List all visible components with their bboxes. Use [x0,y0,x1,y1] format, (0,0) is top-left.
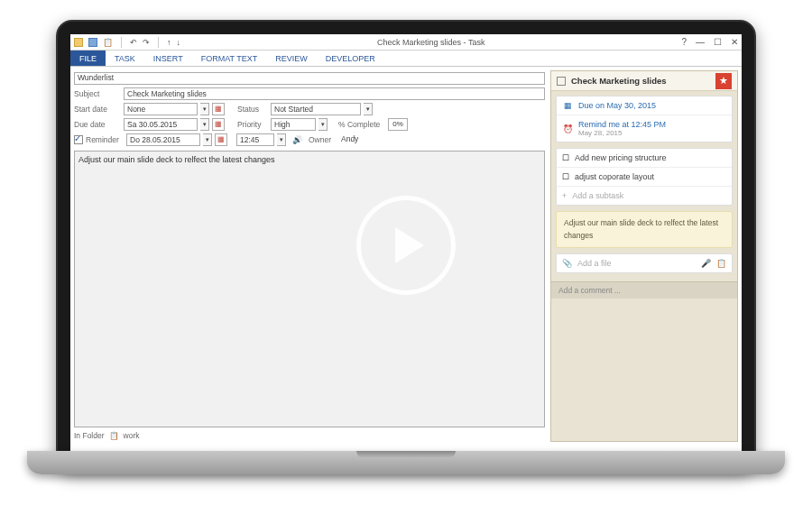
subject-label: Subject [74,89,121,98]
pct-complete-label: % Complete [338,120,385,129]
laptop-frame: 📋 ↶ ↷ ↑ ↓ Check Marketing slides - Task … [56,20,756,471]
mic-icon[interactable]: 🎤 [701,259,711,268]
calendar-icon[interactable]: ▦ [215,133,227,146]
start-date-label: Start date [74,105,121,114]
add-file-row[interactable]: 📎 Add a file 🎤 📋 [557,254,732,272]
sound-icon[interactable]: 🔊 [292,135,302,144]
tab-developer[interactable]: DEVELOPER [317,50,384,66]
screen: 📋 ↶ ↷ ↑ ↓ Check Marketing slides - Task … [70,34,742,456]
due-text: Due on May 30, 2015 [578,101,656,110]
subtask-row[interactable]: ☐ adjust coporate layout [557,168,732,187]
save-icon[interactable] [88,38,97,47]
move-up-icon[interactable]: ↑ [167,38,171,47]
maximize-button[interactable]: ☐ [714,37,722,47]
priority-dropdown[interactable]: ▾ [318,118,328,131]
due-date-field[interactable]: Sa 30.05.2015 [124,118,198,131]
close-button[interactable]: ✕ [731,37,738,47]
reminder-date-dropdown[interactable]: ▾ [203,133,212,146]
wunderlist-panel: Check Marketing slides ★ ▦ Due on May 30… [550,70,738,442]
tab-review[interactable]: REVIEW [266,50,317,66]
owner-value: Andy [338,133,374,146]
due-row[interactable]: ▦ Due on May 30, 2015 [557,96,732,115]
subtask-text: adjust coporate layout [575,172,654,181]
add-subtask-text: Add a subtask [572,191,623,200]
subtask-row[interactable]: ☐ Add new pricing structure [557,149,732,168]
panel-title: Check Marketing slides [571,76,667,86]
reminder-time-dropdown[interactable]: ▾ [277,133,286,146]
tab-file[interactable]: FILE [70,50,106,66]
tab-insert[interactable]: INSERT [144,50,192,66]
add-file-text: Add a file [577,259,612,268]
reminder-label: Reminder [86,135,124,144]
notes-textarea[interactable] [74,151,545,427]
tab-format-text[interactable]: FORMAT TEXT [192,50,267,66]
status-dropdown[interactable]: ▾ [364,103,373,115]
plus-icon: + [562,191,567,200]
star-icon[interactable]: ★ [715,73,732,89]
subtask-text: Add new pricing structure [575,153,667,162]
separator [121,37,122,48]
clipboard-icon[interactable]: 📋 [716,259,726,268]
undo-icon[interactable]: ↶ [130,38,137,47]
reminder-checkbox[interactable] [74,135,83,144]
pct-complete-stepper[interactable]: 0% [388,118,408,131]
window-title: Check Marketing slides - Task [180,38,681,47]
due-date-label: Due date [74,120,121,129]
title-bar: 📋 ↶ ↷ ↑ ↓ Check Marketing slides - Task … [70,34,742,50]
subtasks-card: ☐ Add new pricing structure ☐ adjust cop… [556,148,733,206]
help-button[interactable]: ? [681,37,687,47]
laptop-notch [356,451,456,458]
footer: In Folder 📋 work [74,429,545,442]
tab-task[interactable]: TASK [106,50,144,66]
window-buttons: ? — ☐ ✕ [681,37,738,47]
panel-header: Check Marketing slides ★ [551,71,737,91]
category-field[interactable]: Wunderlist [74,72,545,85]
ribbon-tabs: FILE TASK INSERT FORMAT TEXT REVIEW DEVE… [70,50,742,67]
status-label: Status [237,105,268,114]
reminder-date-field[interactable]: Do 28.05.2015 [126,133,200,146]
folder-icon: 📋 [109,431,119,440]
attachments-card: 📎 Add a file 🎤 📋 [556,253,733,273]
redo-icon[interactable]: ↷ [143,38,150,47]
panel-body: ▦ Due on May 30, 2015 ⏰ Remind me at 12:… [551,91,737,278]
reminder-time-field[interactable]: 12:45 [236,133,274,146]
note-card[interactable]: Adjust our main slide deck to relfect th… [556,211,733,248]
add-subtask-row[interactable]: + Add a subtask [557,187,732,205]
calendar-icon[interactable]: ▦ [212,118,225,131]
remind-row[interactable]: ⏰ Remind me at 12:45 PM May 28, 2015 [557,115,732,142]
paperclip-icon: 📎 [562,259,572,268]
status-field[interactable]: Not Started [271,103,361,115]
checkbox-icon[interactable]: ☐ [562,172,569,181]
task-form: Wunderlist Subject Check Marketing slide… [74,70,545,442]
priority-label: Priority [237,120,268,129]
priority-field[interactable]: High [271,118,316,131]
minimize-button[interactable]: — [696,37,705,47]
due-date-dropdown[interactable]: ▾ [200,118,209,131]
calendar-icon: ▦ [562,101,573,110]
play-button-overlay[interactable] [356,196,456,295]
calendar-icon[interactable]: ▦ [212,103,225,115]
separator [158,37,159,48]
subject-field[interactable]: Check Marketing slides [124,87,545,100]
alarm-icon: ⏰ [562,124,573,133]
checkbox-icon[interactable]: ☐ [562,153,569,162]
owner-label: Owner [309,135,336,144]
quick-access-toolbar: 📋 ↶ ↷ ↑ ↓ [74,37,180,48]
start-date-dropdown[interactable]: ▾ [200,103,209,115]
remind-subtext: May 28, 2015 [578,129,666,137]
folder-icon[interactable] [74,38,83,47]
start-date-field[interactable]: None [124,103,198,115]
task-complete-checkbox[interactable] [557,77,566,86]
add-comment-row[interactable]: Add a comment ... [551,281,737,298]
remind-text: Remind me at 12:45 PM [578,120,666,129]
folder-name[interactable]: work [124,431,140,440]
in-folder-label: In Folder [74,431,105,440]
date-card: ▦ Due on May 30, 2015 ⏰ Remind me at 12:… [556,96,733,142]
clipboard-icon[interactable]: 📋 [103,38,113,47]
